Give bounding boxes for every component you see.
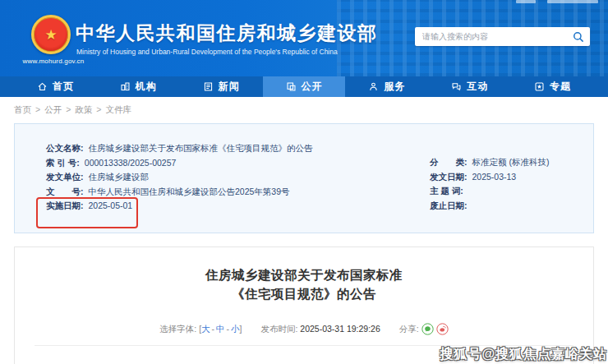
- clipped-topbar-links: [547, 0, 598, 3]
- nav-label: 新闻: [219, 80, 240, 94]
- bracket: ]: [240, 324, 242, 334]
- site-subtitle-english: Ministry of Housing and Urban-Rural Deve…: [76, 48, 338, 56]
- share-label: 分享:: [399, 324, 419, 334]
- nav-item-services[interactable]: 服务: [345, 76, 428, 97]
- disclosure-icon: [286, 81, 297, 92]
- font-size-separator: -: [212, 324, 215, 334]
- font-size-small[interactable]: 小: [231, 324, 240, 334]
- info-row-implementation-date: 实施日期:2025-05-01: [46, 199, 313, 214]
- info-row-doc-number: 文 号:中华人民共和国住房和城乡建设部公告2025年第39号: [46, 185, 313, 200]
- nav-item-home[interactable]: 首页: [14, 76, 97, 97]
- font-size-large[interactable]: 大: [201, 324, 210, 334]
- nav-item-interaction[interactable]: 互动: [428, 76, 511, 97]
- home-icon: [37, 81, 48, 92]
- site-header: ★ www.mohurd.gov.cn 中华人民共和国住房和城乡建设部 Mini…: [0, 0, 608, 76]
- nav-label: 服务: [384, 80, 405, 94]
- publish-time-label: 发布时间:: [260, 324, 297, 334]
- article-title-line1: 住房城乡建设部关于发布国家标准: [15, 265, 593, 284]
- font-selector-label: 选择字体:: [159, 324, 196, 334]
- info-row-issue-date: 发文日期:2025-03-13: [430, 170, 549, 185]
- share-group: 分享:: [399, 324, 449, 334]
- emblem-star-icon: ★: [44, 28, 57, 42]
- info-row-doc-title: 公文名称:住房城乡建设部关于发布国家标准《住宅项目规范》的公告: [46, 141, 313, 156]
- breadcrumb-item-policy[interactable]: 政策: [75, 104, 92, 114]
- search-box: [415, 27, 590, 46]
- site-logo[interactable]: ★ www.mohurd.gov.cn: [30, 13, 76, 71]
- breadcrumb-item-disclosure[interactable]: 公开: [44, 104, 62, 114]
- font-size-separator: -: [227, 324, 230, 334]
- search-input[interactable]: [421, 31, 573, 42]
- clipped-topbar-links: [516, 0, 536, 3]
- document-info-panel: 公文名称:住房城乡建设部关于发布国家标准《住宅项目规范》的公告 索 引 号:00…: [14, 123, 594, 233]
- site-title: 中华人民共和国住房和城乡建设部: [76, 21, 378, 46]
- nav-item-topics[interactable]: 专题: [511, 76, 594, 97]
- nav-label: 机构: [136, 80, 157, 94]
- breadcrumb-separator: >: [35, 104, 40, 114]
- info-row-category: 分 类:标准定额 (标准科技): [430, 155, 549, 170]
- info-row-subject-words: 主 题 词:: [430, 184, 549, 199]
- article-meta-row: 选择字体: [大-中-小] 发布时间: 2025-03-31 19:29:26 …: [15, 323, 593, 337]
- nav-label: 首页: [53, 80, 74, 94]
- document-info-right-column: 分 类:标准定额 (标准科技) 发文日期:2025-03-13 主 题 词: 废…: [430, 155, 549, 213]
- nav-item-disclosure[interactable]: 公开: [263, 76, 346, 97]
- breadcrumb-separator: >: [96, 104, 101, 114]
- wechat-share-icon[interactable]: [421, 323, 434, 335]
- article-title-line2: 《住宅项目规范》的公告: [15, 284, 593, 303]
- breadcrumb-separator: >: [66, 104, 71, 114]
- publish-time-value: 2025-03-31 19:29:26: [300, 324, 380, 334]
- nav-item-organization[interactable]: 机构: [97, 76, 180, 97]
- weibo-share-icon[interactable]: [436, 323, 449, 335]
- building-icon: [120, 81, 131, 92]
- sohu-watermark: 搜狐号@搜狐焦点嘉峪关站: [440, 346, 607, 363]
- info-row-abolition-date: 废止日期:: [430, 199, 549, 214]
- main-navigation: 首页 机构 新闻 公开 服务: [0, 76, 608, 97]
- interaction-icon: [451, 81, 462, 92]
- news-icon: [203, 81, 214, 92]
- font-size-selector: 选择字体: [大-中-小]: [159, 324, 244, 334]
- breadcrumb: 首页>公开>政策>文件库: [14, 104, 131, 116]
- breadcrumb-item-home[interactable]: 首页: [14, 104, 31, 114]
- nav-label: 公开: [302, 80, 323, 94]
- breadcrumb-item-library[interactable]: 文件库: [105, 104, 131, 114]
- service-person-icon: [368, 81, 379, 92]
- info-row-issuing-unit: 发文单位:住房城乡建设部: [46, 170, 313, 185]
- publish-time: 发布时间: 2025-03-31 19:29:26: [260, 324, 382, 334]
- nav-label: 互动: [467, 80, 488, 94]
- search-icon[interactable]: [573, 31, 584, 43]
- nav-label: 专题: [550, 80, 571, 94]
- topic-star-icon: [534, 81, 545, 92]
- document-info-left-column: 公文名称:住房城乡建设部关于发布国家标准《住宅项目规范》的公告 索 引 号:00…: [46, 141, 313, 214]
- info-row-index-number: 索 引 号:000013338/2025-00257: [46, 156, 313, 171]
- site-url: www.mohurd.gov.cn: [5, 58, 102, 65]
- article-title: 住房城乡建设部关于发布国家标准 《住宅项目规范》的公告: [15, 265, 593, 303]
- font-size-medium[interactable]: 中: [216, 324, 225, 334]
- national-emblem-icon: ★: [31, 15, 71, 54]
- nav-item-news[interactable]: 新闻: [180, 76, 263, 97]
